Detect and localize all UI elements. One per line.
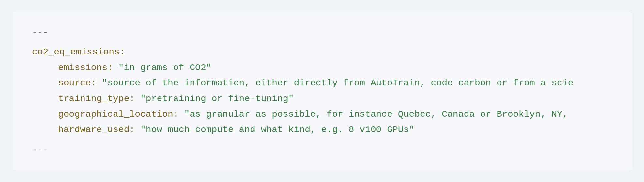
code-block: --- co2_eq_emissions: emissions: "in gra…	[12, 11, 632, 171]
dashes-bottom-text: ---	[32, 145, 48, 155]
dashes-bottom: ---	[32, 142, 612, 158]
root-key-text: co2_eq_emissions:	[32, 47, 125, 57]
geographical-location-key: geographical_location: "as granular as p…	[58, 109, 568, 119]
spacer-1	[32, 40, 612, 44]
emissions-key: emissions: "in grams of CO2"	[58, 63, 212, 73]
spacer-2	[32, 138, 612, 142]
training-type-line: training_type: "pretraining or fine-tuni…	[32, 91, 612, 107]
dashes-top: ---	[32, 24, 612, 40]
geographical-location-line: geographical_location: "as granular as p…	[32, 107, 612, 122]
hardware-used-key: hardware_used: "how much compute and wha…	[58, 125, 414, 135]
hardware-used-line: hardware_used: "how much compute and wha…	[32, 122, 612, 138]
source-line: source: "source of the information, eith…	[32, 75, 612, 91]
training-type-key: training_type: "pretraining or fine-tuni…	[58, 94, 294, 104]
source-key: source: "source of the information, eith…	[58, 78, 573, 88]
root-key-line: co2_eq_emissions:	[32, 44, 612, 60]
emissions-line: emissions: "in grams of CO2"	[32, 60, 612, 76]
dashes-top-text: ---	[32, 27, 48, 37]
